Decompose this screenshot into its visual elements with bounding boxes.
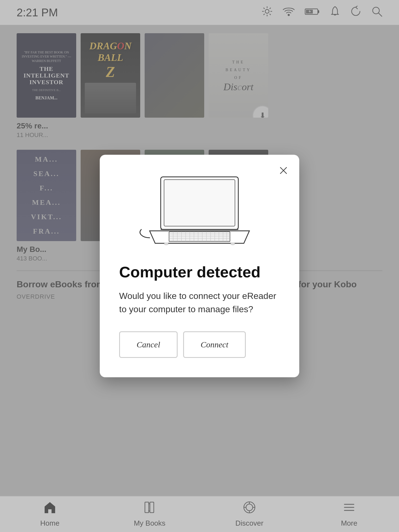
modal-close-button[interactable] <box>276 163 291 178</box>
modal-title: Computer detected <box>119 263 280 281</box>
computer-detected-modal: Computer detected Would you like to conn… <box>100 155 299 377</box>
modal-overlay: Computer detected Would you like to conn… <box>0 0 399 532</box>
modal-description: Would you like to connect your eReader t… <box>119 289 280 316</box>
svg-rect-31 <box>164 180 235 226</box>
modal-illustration <box>119 171 280 249</box>
svg-rect-33 <box>169 232 230 242</box>
cancel-button[interactable]: Cancel <box>119 331 178 358</box>
connect-button[interactable]: Connect <box>183 331 246 358</box>
modal-buttons: Cancel Connect <box>119 331 280 358</box>
svg-point-54 <box>231 243 235 245</box>
svg-point-53 <box>164 243 168 245</box>
